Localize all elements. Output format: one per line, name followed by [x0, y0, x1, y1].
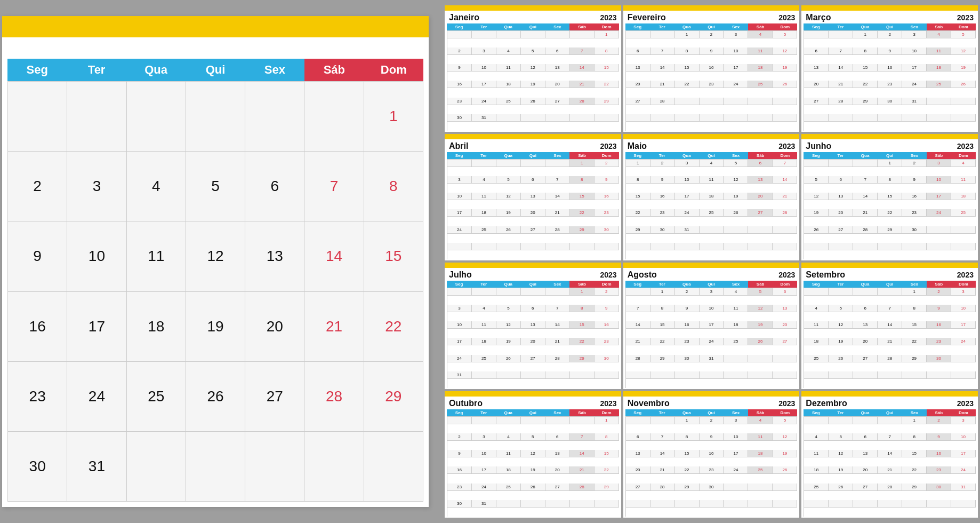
mini-day-cell: 20 — [521, 209, 545, 217]
mini-day-cell — [496, 500, 521, 508]
mini-dow-ter: Ter — [828, 23, 853, 30]
mini-day-cell: 13 — [626, 450, 650, 457]
main-day-cell: 15 — [364, 221, 423, 291]
mini-day-grid: 1234567891011121314151617181920212223242… — [447, 288, 619, 388]
mini-day-cell: 3 — [675, 160, 700, 167]
mini-day-cell: 29 — [570, 226, 595, 234]
mini-day-cell — [927, 243, 951, 250]
mini-calendar-junho: Junho 2023 Seg Ter Qua Qui Sex Sáb Dom 1… — [801, 134, 978, 260]
mini-day-cell — [724, 484, 748, 491]
main-day-cell: 18 — [127, 292, 186, 362]
mini-day-cell — [773, 98, 797, 105]
mini-day-cell: 1 — [675, 417, 700, 424]
mini-header: Junho 2023 — [801, 139, 978, 152]
dow-ter: Ter — [67, 59, 126, 81]
mini-day-cell: 24 — [447, 226, 472, 234]
mini-day-cell — [804, 243, 829, 250]
mini-day-cell: 13 — [545, 64, 570, 72]
mini-day-cell — [595, 371, 619, 379]
mini-day-cell: 6 — [545, 433, 570, 441]
mini-day-cell — [521, 243, 545, 250]
mini-day-cell: 8 — [853, 47, 878, 55]
main-day-cell: 4 — [127, 152, 186, 221]
mini-day-cell: 2 — [447, 433, 472, 441]
mini-day-cell: 10 — [472, 64, 496, 72]
mini-day-cell: 1 — [878, 160, 902, 167]
main-day-cell — [186, 432, 245, 502]
mini-day-cell: 8 — [675, 433, 700, 441]
mini-dow-row: Seg Ter Qua Qui Sex Sáb Dom — [447, 23, 619, 30]
mini-dow-qui: Qui — [878, 23, 902, 30]
mini-day-cell: 12 — [724, 176, 748, 184]
mini-day-cell: 11 — [804, 321, 829, 329]
mini-day-cell: 4 — [951, 160, 976, 167]
mini-day-cell — [570, 31, 595, 38]
mini-dow-dom: Dom — [595, 152, 619, 159]
mini-day-cell: 7 — [773, 160, 797, 167]
mini-day-cell: 15 — [626, 193, 650, 200]
mini-day-cell: 26 — [773, 466, 797, 474]
mini-day-cell: 6 — [804, 47, 829, 55]
mini-dow-ter: Ter — [828, 152, 853, 159]
mini-day-cell: 14 — [773, 176, 797, 184]
mini-day-cell — [853, 371, 878, 379]
mini-dow-sab: Sáb — [569, 281, 594, 288]
mini-day-cell: 3 — [447, 305, 472, 312]
mini-day-cell: 16 — [878, 64, 902, 72]
mini-day-cell — [650, 417, 675, 424]
main-day-cell — [304, 82, 364, 152]
mini-day-cell: 8 — [570, 176, 595, 184]
mini-day-cell: 13 — [748, 176, 773, 184]
mini-day-cell: 21 — [773, 193, 797, 200]
mini-top-bar — [801, 134, 978, 139]
mini-day-cell: 10 — [927, 176, 951, 184]
mini-day-cell: 14 — [650, 450, 675, 457]
mini-day-cell: 4 — [927, 31, 951, 38]
mini-day-cell: 22 — [650, 338, 675, 345]
mini-day-cell: 20 — [626, 81, 650, 88]
mini-day-cell: 27 — [626, 98, 650, 105]
mini-day-cell — [626, 31, 650, 38]
mini-top-bar — [445, 391, 621, 397]
main-dow-row: Seg Ter Qua Qui Sex Sáb Dom — [7, 59, 423, 81]
mini-day-cell: 12 — [773, 433, 797, 441]
mini-month-name: Dezembro — [806, 399, 847, 408]
main-day-grid: 1234567891011121314151617181920212223242… — [7, 81, 423, 502]
mini-month-name: Novembro — [628, 399, 670, 408]
mini-day-cell: 17 — [447, 338, 472, 345]
mini-day-cell: 22 — [878, 209, 902, 217]
mini-day-cell — [829, 243, 853, 250]
mini-day-cell: 24 — [902, 81, 927, 88]
mini-day-cell: 28 — [650, 484, 675, 491]
mini-dow-ter: Ter — [471, 409, 496, 416]
mini-day-cell — [626, 500, 650, 508]
mini-day-cell: 8 — [902, 433, 927, 441]
mini-day-cell: 19 — [724, 193, 748, 200]
main-day-cell: 25 — [127, 362, 186, 432]
mini-day-cell: 11 — [804, 450, 829, 457]
mini-year: 2023 — [778, 13, 795, 22]
mini-day-cell: 14 — [650, 64, 675, 72]
mini-header: Março 2023 — [801, 11, 978, 23]
mini-day-cell: 19 — [521, 466, 545, 474]
mini-day-cell: 9 — [595, 176, 619, 184]
mini-day-cell: 24 — [951, 466, 976, 474]
mini-day-cell: 9 — [447, 64, 472, 72]
mini-day-cell: 7 — [545, 176, 570, 184]
mini-day-cell — [447, 160, 472, 167]
mini-day-cell: 9 — [878, 47, 902, 55]
mini-day-cell: 30 — [878, 98, 902, 105]
mini-day-cell — [626, 243, 650, 250]
mini-dow-dom: Dom — [951, 281, 976, 288]
mini-day-cell — [650, 114, 675, 122]
mini-header: Maio 2023 — [623, 139, 800, 152]
main-day-cell: 8 — [364, 152, 423, 221]
mini-dow-qua: Qua — [674, 281, 699, 288]
mini-day-cell: 30 — [447, 114, 472, 122]
mini-day-cell: 21 — [878, 338, 902, 345]
mini-day-cell — [472, 417, 496, 424]
mini-day-cell — [829, 160, 853, 167]
dow-seg: Seg — [7, 59, 67, 81]
mini-day-cell: 8 — [878, 176, 902, 184]
mini-day-cell: 18 — [804, 466, 829, 474]
